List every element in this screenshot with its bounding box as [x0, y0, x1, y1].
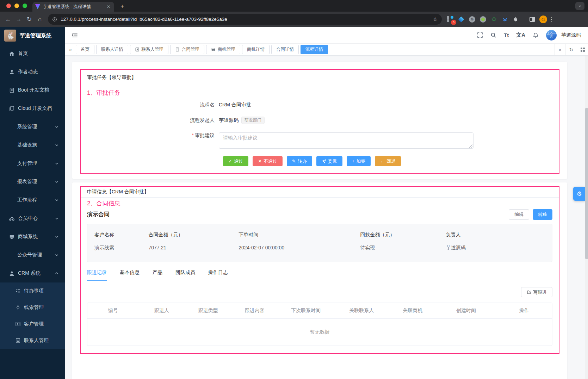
- tab-contact-manage[interactable]: 联系人管理: [130, 45, 169, 54]
- tabs-scroll-right-icon[interactable]: »: [554, 44, 565, 55]
- fullscreen-icon[interactable]: [477, 32, 483, 38]
- profile-avatar-icon[interactable]: ☺: [539, 15, 547, 24]
- tab-team-members[interactable]: 团队成员: [175, 269, 195, 281]
- info-value: 演示线索: [94, 245, 148, 251]
- add-sign-button[interactable]: +加签: [347, 156, 371, 166]
- chevron-down-icon: [55, 180, 59, 184]
- forward-button[interactable]: →: [13, 14, 24, 25]
- extensions-puzzle-icon[interactable]: [512, 15, 520, 24]
- site-info-icon[interactable]: [52, 17, 57, 22]
- tab-process-detail[interactable]: 流程详情: [301, 45, 328, 54]
- info-value: 7077.21: [148, 245, 239, 250]
- extensions-row: 6 ⊛ ✩ ☺: [446, 15, 547, 24]
- sidebar-item-author[interactable]: 作者动态: [0, 63, 65, 81]
- close-window-button[interactable]: [6, 4, 11, 8]
- minimize-window-button[interactable]: [14, 4, 19, 8]
- back-button[interactable]: ←: [3, 14, 13, 25]
- home-button[interactable]: ⌂: [35, 14, 45, 25]
- delegate-button[interactable]: 委派: [316, 156, 342, 166]
- locale-icon[interactable]: 文A: [516, 32, 525, 38]
- window-controls[interactable]: [6, 4, 27, 8]
- scrollbar-thumb[interactable]: [585, 108, 588, 259]
- tab-contract-detail[interactable]: 合同详情: [271, 45, 299, 54]
- sidebar-item-contact[interactable]: 联系人管理: [0, 332, 65, 349]
- reject-button[interactable]: ✕不通过: [253, 156, 283, 166]
- sidebar-item-member[interactable]: 会员中心: [0, 209, 65, 228]
- return-button[interactable]: ←回退: [375, 156, 401, 166]
- sidebar-item-report[interactable]: 报表管理: [0, 173, 65, 191]
- extension-grid-icon[interactable]: 6: [446, 15, 454, 24]
- url-text: 127.0.0.1/process-instance/detail?id=b65…: [61, 17, 429, 22]
- maximize-window-button[interactable]: [23, 4, 27, 8]
- transfer-contract-button[interactable]: 转移: [533, 209, 552, 220]
- tabs-scroll-left-icon[interactable]: «: [65, 47, 76, 52]
- sidebar-item-system[interactable]: 系统管理: [0, 118, 65, 136]
- tab-products[interactable]: 产品: [153, 269, 162, 281]
- transfer-task-button[interactable]: ✎转办: [287, 156, 312, 166]
- sidebar-item-boot-docs[interactable]: Boot 开发文档: [0, 81, 65, 99]
- app-header: Tt 文A 文心一言 芋道源码: [65, 27, 588, 44]
- sidebar-item-crm[interactable]: CRM 系统: [0, 264, 65, 282]
- contract-info-grid: 客户名称演示线索 合同金额（元）7077.21 下单时间2024-02-07 0…: [87, 224, 552, 262]
- tab-home[interactable]: 首页: [76, 45, 94, 54]
- col-header: 跟进类型: [185, 307, 231, 314]
- address-bar[interactable]: 127.0.0.1/process-instance/detail?id=b65…: [48, 14, 442, 25]
- sidebar-item-pay[interactable]: 支付管理: [0, 154, 65, 173]
- textarea-resize-grip[interactable]: [469, 144, 472, 148]
- tab-basic-info[interactable]: 基本信息: [120, 269, 140, 281]
- tab-contract-manage[interactable]: 合同管理: [170, 45, 204, 54]
- sidebar-item-clue[interactable]: 线索管理: [0, 299, 65, 316]
- detail-tabs: 跟进记录 基本信息 产品 团队成员 操作日志: [81, 269, 559, 281]
- sidebar-item-cloud-docs[interactable]: Cloud 开发文档: [0, 99, 65, 118]
- bookmark-star-icon[interactable]: ☆: [433, 16, 438, 23]
- sidebar-item-infra[interactable]: 基础设施: [0, 136, 65, 154]
- edit-contract-button[interactable]: 编辑: [509, 209, 529, 220]
- extension-green-circle-icon[interactable]: [479, 15, 487, 24]
- scrollbar-track[interactable]: [585, 56, 588, 379]
- documents-icon: [9, 106, 15, 112]
- tab-search-chevron-icon[interactable]: [575, 2, 584, 10]
- tab-followup-records[interactable]: 跟进记录: [87, 269, 107, 281]
- bicycle-icon: [9, 216, 15, 222]
- extension-kite-icon[interactable]: [457, 15, 465, 24]
- required-marker: *: [192, 132, 194, 138]
- username-label[interactable]: 芋道源码: [561, 32, 581, 38]
- request-info-card: 申请信息【CRM 合同审批】 2、合同信息 演示合同 编辑 转移 客户名称演示线…: [72, 182, 567, 379]
- app-logo[interactable]: 🐇 芋道管理系统: [0, 27, 65, 44]
- sidebar-item-home[interactable]: 首页: [0, 44, 65, 63]
- side-panel-icon[interactable]: [528, 15, 537, 24]
- layout-grid-icon[interactable]: [577, 44, 588, 55]
- new-tab-button[interactable]: +: [118, 2, 127, 11]
- settings-gear-button[interactable]: ⚙: [573, 187, 585, 201]
- sidebar-item-mall[interactable]: 商城系统: [0, 228, 65, 246]
- reload-button[interactable]: ↻: [24, 14, 35, 25]
- tab-business-manage[interactable]: 商机管理: [206, 45, 240, 54]
- close-tab-icon[interactable]: ✕: [106, 4, 111, 9]
- extension-green-star-icon[interactable]: ✩: [490, 15, 498, 24]
- notification-bell-icon[interactable]: [533, 32, 539, 38]
- font-size-icon[interactable]: Tt: [504, 32, 509, 38]
- sidebar-item-customer[interactable]: 客户管理: [0, 316, 65, 332]
- sidebar-item-workflow[interactable]: 工作流程: [0, 191, 65, 209]
- tab-contact-detail[interactable]: 联系人详情: [96, 45, 128, 54]
- refresh-page-icon[interactable]: ↻: [565, 44, 577, 55]
- approve-button[interactable]: ✓通过: [223, 156, 248, 166]
- chevron-down-icon: [55, 198, 59, 202]
- info-value: 待实现: [360, 245, 446, 251]
- extension-layers-icon[interactable]: [501, 15, 509, 24]
- write-followup-button[interactable]: 写跟进: [521, 287, 552, 297]
- tab-business-detail[interactable]: 商机详情: [242, 45, 270, 54]
- comment-textarea[interactable]: [219, 132, 474, 149]
- sidebar-item-todo[interactable]: 待办事项: [0, 282, 65, 299]
- search-icon[interactable]: [490, 32, 496, 38]
- extension-gray-circle-icon[interactable]: ⊛: [468, 15, 476, 24]
- browser-menu-icon[interactable]: ⋮: [549, 16, 554, 23]
- col-header: 下次联系时间: [278, 307, 334, 314]
- contract-title: 演示合同: [87, 211, 110, 218]
- collapse-menu-icon[interactable]: [72, 32, 78, 38]
- tab-operation-log[interactable]: 操作日志: [208, 269, 228, 281]
- browser-tab[interactable]: 芋道管理系统 - 流程详情 ✕: [32, 2, 114, 12]
- plus-icon: +: [352, 159, 355, 163]
- sidebar-item-wechat[interactable]: 公众号管理: [0, 246, 65, 264]
- user-avatar[interactable]: 文心一言: [546, 30, 557, 41]
